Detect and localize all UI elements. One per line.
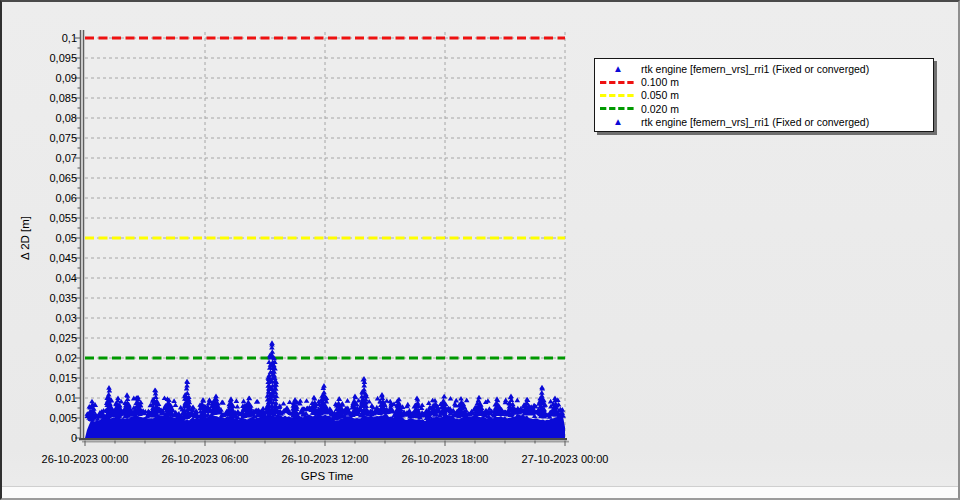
legend-item[interactable]: 0.050 m	[595, 89, 933, 102]
legend-item-label: 0.020 m	[641, 103, 679, 115]
x-tick-label: 26-10-2023 06:00	[162, 453, 249, 465]
legend-item[interactable]: 0.020 m	[595, 102, 933, 115]
legend-box[interactable]: ▲rtk engine [femern_vrs]_rri1 (Fixed or …	[594, 58, 934, 132]
y-tick-label: 0,075	[49, 132, 77, 144]
window-bottom-bevel	[2, 486, 958, 498]
y-tick-label: 0,095	[49, 52, 77, 64]
y-tick-label: 0,045	[49, 252, 77, 264]
dashed-line-marker-icon	[595, 80, 641, 85]
y-tick-label: 0,07	[56, 152, 77, 164]
y-tick-label: 0,08	[56, 112, 77, 124]
y-tick-label: 0,01	[56, 392, 77, 404]
y-tick-label: 0,055	[49, 212, 77, 224]
y-tick-label: 0,04	[56, 272, 77, 284]
y-tick-label: 0,035	[49, 292, 77, 304]
chart-window: 0,10,0950,090,0850,080,0750,070,0650,060…	[0, 0, 960, 500]
y-tick-label: 0	[71, 432, 77, 444]
x-tick-label: 26-10-2023 00:00	[42, 453, 129, 465]
y-tick-label: 0,085	[49, 92, 77, 104]
y-tick-label: 0,1	[62, 32, 77, 44]
y-tick-label: 0,06	[56, 192, 77, 204]
y-axis-title: Δ 2D [m]	[19, 216, 31, 260]
legend-item-label: rtk engine [femern_vrs]_rri1 (Fixed or c…	[641, 116, 869, 128]
y-tick-label: 0,015	[49, 372, 77, 384]
triangle-marker-icon: ▲	[613, 64, 623, 74]
triangle-marker-icon: ▲	[595, 117, 641, 127]
x-tick-label: 26-10-2023 18:00	[402, 453, 489, 465]
y-tick-label: 0,09	[56, 72, 77, 84]
x-axis-title: GPS Time	[301, 470, 353, 482]
triangle-marker-icon: ▲	[595, 64, 641, 74]
y-tick-label: 0,03	[56, 312, 77, 324]
legend-item-label: rtk engine [femern_vrs]_rri1 (Fixed or c…	[641, 63, 869, 75]
y-tick-label: 0,065	[49, 172, 77, 184]
x-tick-label: 27-10-2023 00:00	[522, 453, 609, 465]
y-tick-label: 0,005	[49, 412, 77, 424]
y-tick-label: 0,05	[56, 232, 77, 244]
legend-item[interactable]: ▲rtk engine [femern_vrs]_rri1 (Fixed or …	[595, 116, 933, 129]
triangle-marker-icon: ▲	[613, 117, 623, 127]
y-tick-label: 0,02	[56, 352, 77, 364]
legend-item-label: 0.100 m	[641, 76, 679, 88]
legend-item-label: 0.050 m	[641, 89, 679, 101]
x-tick-label: 26-10-2023 12:00	[282, 453, 369, 465]
legend-item[interactable]: ▲rtk engine [femern_vrs]_rri1 (Fixed or …	[595, 62, 933, 75]
legend-item[interactable]: 0.100 m	[595, 75, 933, 88]
dashed-line-marker-icon	[595, 93, 641, 98]
y-tick-label: 0,025	[49, 332, 77, 344]
dashed-line-marker-icon	[595, 106, 641, 111]
